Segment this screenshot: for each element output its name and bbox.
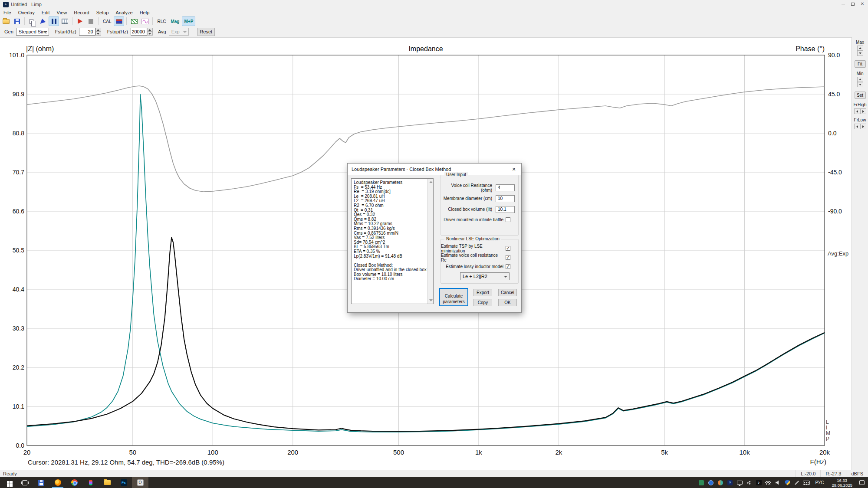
photoshop-taskbar-button[interactable]: Ps — [115, 477, 132, 488]
copy-button[interactable]: Copy — [473, 299, 492, 306]
avg-label: Avg — [158, 29, 166, 34]
export-button[interactable]: Export — [473, 289, 492, 296]
option-checkbox[interactable] — [506, 246, 510, 251]
minimize-button[interactable] — [838, 0, 848, 8]
scroll-down-icon[interactable] — [429, 299, 433, 301]
spin-down-icon[interactable] — [857, 82, 863, 87]
scroll-up-icon[interactable] — [429, 181, 433, 183]
tray-app-blue[interactable]: ✕ — [727, 479, 733, 487]
infinite-baffle-checkbox[interactable] — [506, 217, 510, 222]
cancel-button[interactable]: Cancel — [498, 289, 517, 296]
spin-right-icon[interactable] — [860, 124, 866, 129]
record-stop-button[interactable] — [85, 16, 96, 26]
field-input[interactable] — [496, 206, 515, 213]
task-view-button[interactable] — [16, 477, 33, 488]
frhigh-spinner[interactable] — [854, 108, 866, 114]
fstart-spinner[interactable] — [95, 28, 101, 36]
chrome-taskbar-button[interactable] — [66, 477, 82, 488]
spin-up-icon[interactable] — [857, 46, 863, 51]
limp-taskbar-button[interactable]: Ω — [132, 477, 148, 488]
spin-up-icon[interactable] — [95, 28, 101, 32]
menu-item[interactable]: Setup — [93, 10, 112, 16]
rlc-button[interactable]: RLC — [155, 16, 168, 26]
y-right-tick-label: 90.0 — [828, 52, 840, 59]
menu-item[interactable]: Edit — [38, 10, 53, 16]
menu-item[interactable]: Overlay — [15, 10, 38, 16]
spin-right-icon[interactable] — [860, 108, 866, 114]
nlse-option-row: Estimate lossy inductor model — [441, 262, 518, 271]
language-indicator[interactable]: РУС — [812, 480, 826, 485]
magnitude-phase-view-button[interactable]: M+P — [182, 16, 195, 26]
record-start-button[interactable] — [75, 16, 85, 26]
fit-button[interactable]: Fit — [855, 60, 866, 68]
copy-button[interactable] — [27, 16, 37, 26]
start-button[interactable] — [0, 477, 16, 488]
menu-item[interactable]: View — [53, 10, 71, 16]
chevron-down-icon — [504, 276, 507, 278]
figma-taskbar-button[interactable] — [82, 477, 99, 488]
table-view-button[interactable] — [59, 16, 70, 26]
results-scrollbar[interactable] — [427, 179, 433, 304]
tray-display[interactable] — [736, 479, 743, 487]
spin-down-icon[interactable] — [147, 32, 153, 36]
open-button[interactable] — [1, 16, 11, 26]
spin-down-icon[interactable] — [95, 32, 101, 36]
field-input[interactable] — [496, 184, 515, 191]
dialog-close-button[interactable]: ✕ — [509, 165, 519, 173]
pause-button[interactable] — [49, 16, 59, 26]
clock[interactable]: 16:33 29.06.2025 — [829, 478, 855, 488]
frlow-spinner[interactable] — [854, 124, 866, 129]
tray-settings[interactable] — [746, 479, 753, 487]
set-button[interactable]: Set — [855, 92, 866, 99]
spectrum-mode-button[interactable] — [129, 16, 139, 26]
dialog-title-bar[interactable]: Loudspeaker Parameters - Closed Box Meth… — [348, 164, 521, 175]
edit-overlay-button[interactable] — [38, 16, 48, 26]
tray-stylus[interactable] — [793, 479, 800, 487]
reset-button[interactable]: Reset — [197, 28, 215, 36]
magnitude-view-button[interactable]: Mag — [168, 16, 181, 26]
sine-generator-button[interactable] — [140, 16, 150, 26]
fstop-input[interactable] — [131, 28, 147, 36]
option-checkbox[interactable] — [506, 264, 510, 269]
fstart-input[interactable] — [79, 28, 95, 36]
file-explorer-taskbar-button[interactable] — [99, 477, 115, 488]
inductor-model-select[interactable]: Le + L2||R2 — [460, 272, 510, 280]
tray-keyboard[interactable] — [803, 479, 810, 487]
spin-down-icon[interactable] — [857, 51, 863, 56]
tray-security[interactable] — [784, 479, 791, 487]
option-checkbox[interactable] — [506, 255, 510, 260]
menu-bar: FileOverlayEditViewRecordSetupAnalyzeHel… — [0, 9, 868, 16]
tray-volume[interactable] — [774, 479, 781, 487]
spin-up-icon[interactable] — [147, 28, 153, 32]
limp-application-window: ≈ Untitled - Limp ✕ FileOverlayEditViewR… — [0, 0, 868, 488]
spin-left-icon[interactable] — [854, 108, 860, 114]
save-button[interactable] — [12, 16, 22, 26]
menu-item[interactable]: Record — [70, 10, 92, 16]
menu-item[interactable]: Help — [136, 10, 153, 16]
spin-left-icon[interactable] — [854, 124, 860, 129]
field-input[interactable] — [496, 195, 515, 202]
close-button[interactable]: ✕ — [858, 0, 867, 8]
tray-browser[interactable] — [707, 479, 714, 487]
menu-item[interactable]: Analyze — [112, 10, 136, 16]
ok-button[interactable]: OK — [498, 299, 517, 306]
gain-setup-button[interactable] — [114, 16, 124, 26]
action-center-button[interactable] — [858, 479, 865, 487]
arta-taskbar-button[interactable] — [33, 477, 49, 488]
maximize-button[interactable] — [848, 0, 858, 8]
tray-app-green[interactable] — [698, 479, 705, 487]
tray-expand[interactable]: › — [755, 479, 762, 487]
calibrate-button[interactable]: CAL — [101, 16, 113, 26]
tray-wifi[interactable] — [765, 479, 772, 487]
menu-item[interactable]: File — [0, 10, 15, 16]
calculate-parameters-button[interactable]: Calculate parameters — [439, 288, 468, 306]
fstop-spinner[interactable] — [147, 28, 153, 36]
max-spinner[interactable] — [857, 46, 863, 56]
green-app-icon — [699, 480, 704, 485]
tray-network-globe[interactable] — [717, 479, 724, 487]
results-textbox[interactable]: Loudspeaker Parameters Fs = 53.44 Hz Re … — [351, 178, 434, 304]
spin-up-icon[interactable] — [857, 77, 863, 82]
min-spinner[interactable] — [857, 77, 863, 87]
generator-type-select[interactable]: Stepped Sine — [16, 28, 49, 36]
firefox-taskbar-button[interactable] — [49, 477, 66, 488]
